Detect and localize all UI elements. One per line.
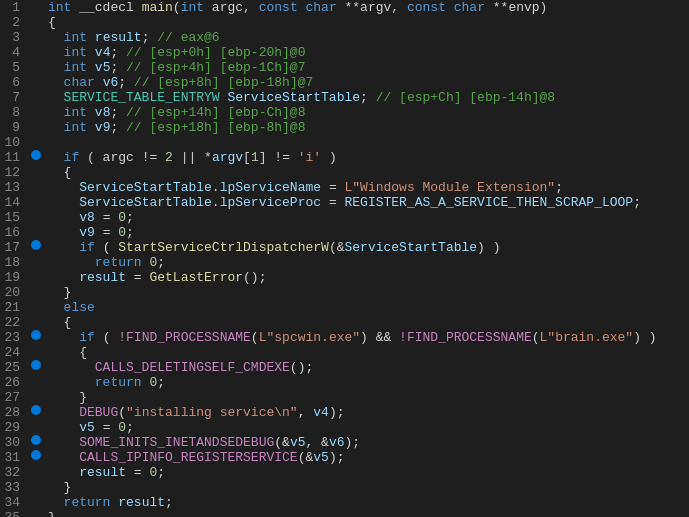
code-text: }	[44, 510, 689, 517]
table-row: 4 int v4; // [esp+0h] [ebp-20h]@0	[0, 45, 689, 60]
breakpoint-area[interactable]	[28, 435, 44, 445]
code-token	[87, 60, 95, 75]
code-token: if	[64, 150, 80, 165]
code-token: // [esp+18h] [ebp-8h]@8	[126, 120, 305, 135]
breakpoint-area[interactable]	[28, 240, 44, 250]
code-token: 1	[251, 150, 259, 165]
code-token: =	[321, 180, 344, 195]
table-row: 31 CALLS_IPINFO_REGISTERSERVICE(&v5);	[0, 450, 689, 465]
table-row: 11 if ( argc != 2 || *argv[1] != 'i' )	[0, 150, 689, 165]
code-token	[48, 375, 95, 390]
code-token: ;	[118, 75, 134, 90]
code-token: }	[48, 480, 71, 495]
table-row: 22 {	[0, 315, 689, 330]
code-token	[87, 30, 95, 45]
code-token: ();	[243, 270, 266, 285]
code-token: lpServiceName	[220, 180, 321, 195]
code-token	[48, 450, 79, 465]
code-token: =	[95, 420, 118, 435]
code-token: argc,	[204, 0, 259, 15]
code-token: (	[95, 330, 118, 345]
table-row: 3 int result; // eax@6	[0, 30, 689, 45]
code-token: 0	[118, 210, 126, 225]
code-text: {	[44, 345, 689, 360]
line-number: 1	[0, 0, 28, 15]
table-row: 32 result = 0;	[0, 465, 689, 480]
table-row: 25 CALLS_DELETINGSELF_CMDEXE();	[0, 360, 689, 375]
code-token: [	[243, 150, 251, 165]
code-token: 2	[165, 150, 173, 165]
code-token	[48, 45, 64, 60]
code-text: v8 = 0;	[44, 210, 689, 225]
code-token: ServiceStartTable	[344, 240, 477, 255]
code-token: v8	[79, 210, 95, 225]
code-token: return	[64, 495, 111, 510]
code-token: ]	[259, 150, 275, 165]
code-token: );	[329, 450, 345, 465]
code-token	[48, 105, 64, 120]
table-row: 15 v8 = 0;	[0, 210, 689, 225]
code-text: }	[44, 480, 689, 495]
code-token	[48, 210, 79, 225]
code-token	[48, 330, 79, 345]
code-text: v9 = 0;	[44, 225, 689, 240]
code-token: !=	[142, 150, 158, 165]
code-token: char	[306, 0, 337, 15]
breakpoint-area[interactable]	[28, 330, 44, 340]
line-number: 26	[0, 375, 28, 390]
code-token: ();	[290, 360, 313, 375]
table-row: 35}	[0, 510, 689, 517]
code-text: }	[44, 390, 689, 405]
line-number: 20	[0, 285, 28, 300]
code-text: int v4; // [esp+0h] [ebp-20h]@0	[44, 45, 689, 60]
table-row: 8 int v8; // [esp+14h] [ebp-Ch]@8	[0, 105, 689, 120]
code-token: }	[48, 510, 56, 517]
table-row: 20 }	[0, 285, 689, 300]
line-number: 11	[0, 150, 28, 165]
code-token: 0	[118, 225, 126, 240]
code-token: )	[321, 150, 337, 165]
line-number: 3	[0, 30, 28, 45]
line-number: 33	[0, 480, 28, 495]
table-row: 28 DEBUG("installing service\n", v4);	[0, 405, 689, 420]
table-row: 5 int v5; // [esp+4h] [ebp-1Ch]@7	[0, 60, 689, 75]
breakpoint-area[interactable]	[28, 450, 44, 460]
code-text: }	[44, 285, 689, 300]
code-text: DEBUG("installing service\n", v4);	[44, 405, 689, 420]
code-text: {	[44, 15, 689, 30]
code-token: __cdecl	[71, 0, 141, 15]
code-text: SERVICE_TABLE_ENTRYW ServiceStartTable; …	[44, 90, 689, 105]
code-token: // [esp+4h] [ebp-1Ch]@7	[126, 60, 305, 75]
code-token: =	[126, 270, 149, 285]
line-number: 29	[0, 420, 28, 435]
code-token: ) &&	[360, 330, 399, 345]
line-number: 19	[0, 270, 28, 285]
code-token	[48, 435, 79, 450]
code-text: if ( StartServiceCtrlDispatcherW(&Servic…	[44, 240, 689, 255]
code-token: ;	[157, 375, 165, 390]
code-token: ;	[110, 120, 126, 135]
table-row: 10	[0, 135, 689, 150]
code-token	[48, 195, 79, 210]
code-token	[48, 255, 95, 270]
table-row: 7 SERVICE_TABLE_ENTRYW ServiceStartTable…	[0, 90, 689, 105]
code-token: ServiceStartTable	[227, 90, 360, 105]
table-row: 2{	[0, 15, 689, 30]
code-text: {	[44, 165, 689, 180]
code-token: =	[126, 465, 149, 480]
breakpoint-area[interactable]	[28, 360, 44, 370]
code-text: if ( !FIND_PROCESSNAME(L"spcwin.exe") &&…	[44, 330, 689, 345]
code-token: .	[212, 195, 220, 210]
line-number: 14	[0, 195, 28, 210]
code-token: REGISTER_AS_A_SERVICE_THEN_SCRAP_LOOP	[344, 195, 633, 210]
code-token: ServiceStartTable	[79, 195, 212, 210]
code-text: v5 = 0;	[44, 420, 689, 435]
table-row: 19 result = GetLastError();	[0, 270, 689, 285]
code-token: ;	[142, 30, 158, 45]
breakpoint-area[interactable]	[28, 150, 44, 160]
breakpoint-area[interactable]	[28, 405, 44, 415]
code-token: {	[48, 165, 71, 180]
code-token	[87, 45, 95, 60]
code-token: result	[118, 495, 165, 510]
code-token: }	[48, 285, 71, 300]
